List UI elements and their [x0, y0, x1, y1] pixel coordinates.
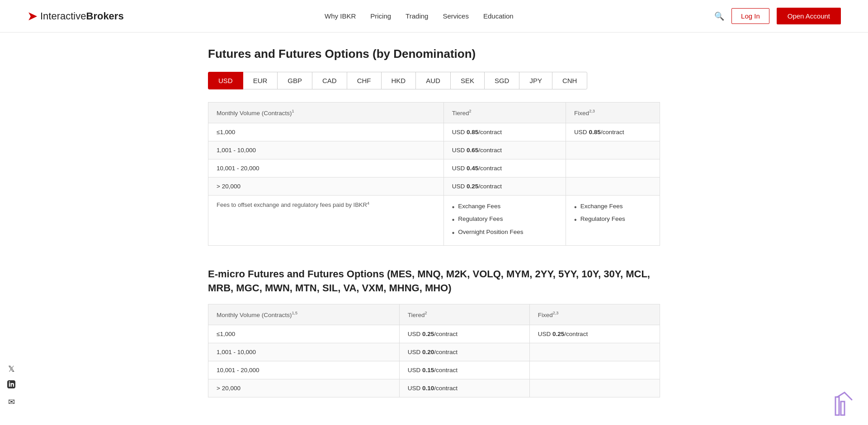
- table-row: 1,001 - 10,000 USD 0.65/contract: [208, 141, 660, 159]
- table-row: 1,001 - 10,000 USD 0.20/contract: [208, 343, 660, 361]
- tiered-cell: USD 0.25/contract: [399, 325, 529, 343]
- col-header-volume: Monthly Volume (Contracts)1: [208, 103, 444, 123]
- logo-link[interactable]: ➤ InteractiveBrokers: [27, 10, 124, 23]
- svg-rect-1: [841, 402, 844, 415]
- linkedin-icon[interactable]: [7, 380, 15, 391]
- nav-why-ibkr[interactable]: Why IBKR: [325, 12, 356, 20]
- list-item: Regulatory Fees: [452, 214, 557, 227]
- table-row: ≤1,000 USD 0.25/contract USD 0.25/contra…: [208, 325, 660, 343]
- fees-row: Fees to offset exchange and regulatory f…: [208, 195, 660, 245]
- col-header-tiered: Tiered2: [443, 103, 566, 123]
- tab-aud[interactable]: AUD: [415, 72, 451, 89]
- volume-cell: > 20,000: [208, 379, 400, 397]
- tab-jpy[interactable]: JPY: [519, 72, 552, 89]
- col-header-fixed2: Fixed2,3: [529, 304, 660, 325]
- svg-rect-0: [835, 397, 839, 415]
- emicro-pricing-table: Monthly Volume (Contracts)1,5 Tiered2 Fi…: [208, 304, 660, 397]
- tiered-cell: USD 0.15/contract: [399, 361, 529, 379]
- fixed-cell: [566, 159, 660, 177]
- nav-pricing[interactable]: Pricing: [370, 12, 391, 20]
- table-row: > 20,000 USD 0.25/contract: [208, 177, 660, 195]
- main-nav: Why IBKR Pricing Trading Services Educat…: [325, 12, 514, 20]
- fixed-cell: [566, 177, 660, 195]
- section1-title: Futures and Futures Options (by Denomina…: [208, 47, 660, 61]
- nav-education[interactable]: Education: [483, 12, 514, 20]
- fixed-cell: [529, 361, 660, 379]
- navbar: ➤ InteractiveBrokers Why IBKR Pricing Tr…: [0, 0, 868, 33]
- tab-chf[interactable]: CHF: [347, 72, 382, 89]
- futures-pricing-table: Monthly Volume (Contracts)1 Tiered2 Fixe…: [208, 102, 660, 246]
- list-item: Exchange Fees: [574, 201, 651, 214]
- volume-cell: 10,001 - 20,000: [208, 159, 444, 177]
- volume-cell: ≤1,000: [208, 325, 400, 343]
- list-item: Overnight Position Fees: [452, 227, 557, 240]
- fixed-cell: USD 0.25/contract: [529, 325, 660, 343]
- email-icon[interactable]: ✉: [8, 397, 15, 407]
- table-row: > 20,000 USD 0.10/contract: [208, 379, 660, 397]
- volume-cell: 1,001 - 10,000: [208, 343, 400, 361]
- tiered-cell: USD 0.20/contract: [399, 343, 529, 361]
- logo-text: InteractiveBrokers: [40, 10, 124, 22]
- tiered-cell: USD 0.25/contract: [443, 177, 566, 195]
- table-row: 10,001 - 20,000 USD 0.45/contract: [208, 159, 660, 177]
- nav-trading[interactable]: Trading: [406, 12, 428, 20]
- login-button[interactable]: Log In: [731, 8, 769, 24]
- tab-sek[interactable]: SEK: [450, 72, 485, 89]
- tiered-cell: USD 0.45/contract: [443, 159, 566, 177]
- tab-cnh[interactable]: CNH: [552, 72, 588, 89]
- fixed-cell: USD 0.85/contract: [566, 123, 660, 141]
- col-header-tiered2: Tiered2: [399, 304, 529, 325]
- fees-label: Fees to offset exchange and regulatory f…: [208, 195, 444, 245]
- social-sidebar: 𝕏 ✉: [7, 364, 15, 407]
- fixed-cell: [566, 141, 660, 159]
- tab-gbp[interactable]: GBP: [277, 72, 312, 89]
- fixed-cell: [529, 343, 660, 361]
- section2-title: E-micro Futures and Futures Options (MES…: [208, 267, 660, 295]
- tab-usd[interactable]: USD: [208, 72, 243, 89]
- tiered-fees-cell: Exchange Fees Regulatory Fees Overnight …: [443, 195, 566, 245]
- twitter-icon[interactable]: 𝕏: [8, 364, 15, 374]
- table-row: 10,001 - 20,000 USD 0.15/contract: [208, 361, 660, 379]
- volume-cell: 1,001 - 10,000: [208, 141, 444, 159]
- logo-flame-icon: ➤: [27, 10, 38, 23]
- volume-cell: ≤1,000: [208, 123, 444, 141]
- col-header-fixed: Fixed2,3: [566, 103, 660, 123]
- open-account-button[interactable]: Open Account: [777, 8, 841, 24]
- tab-hkd[interactable]: HKD: [381, 72, 416, 89]
- tiered-cell: USD 0.10/contract: [399, 379, 529, 397]
- volume-cell: 10,001 - 20,000: [208, 361, 400, 379]
- list-item: Exchange Fees: [452, 201, 557, 214]
- fixed-cell: [529, 379, 660, 397]
- main-content: Futures and Futures Options (by Denomina…: [181, 33, 687, 425]
- navbar-right: 🔍 Log In Open Account: [714, 8, 841, 24]
- corner-widget: [835, 392, 859, 416]
- list-item: Regulatory Fees: [574, 214, 651, 227]
- fixed-fees-cell: Exchange Fees Regulatory Fees: [566, 195, 660, 245]
- table-row: ≤1,000 USD 0.85/contract USD 0.85/contra…: [208, 123, 660, 141]
- tab-sgd[interactable]: SGD: [484, 72, 520, 89]
- tiered-cell: USD 0.65/contract: [443, 141, 566, 159]
- volume-cell: > 20,000: [208, 177, 444, 195]
- search-icon[interactable]: 🔍: [714, 11, 724, 21]
- fixed-fees-list: Exchange Fees Regulatory Fees: [574, 201, 651, 227]
- tiered-cell: USD 0.85/contract: [443, 123, 566, 141]
- tab-eur[interactable]: EUR: [243, 72, 278, 89]
- tab-cad[interactable]: CAD: [312, 72, 347, 89]
- currency-tabs: USD EUR GBP CAD CHF HKD AUD SEK SGD JPY …: [208, 72, 660, 89]
- nav-services[interactable]: Services: [443, 12, 469, 20]
- tiered-fees-list: Exchange Fees Regulatory Fees Overnight …: [452, 201, 557, 240]
- col-header-volume2: Monthly Volume (Contracts)1,5: [208, 304, 400, 325]
